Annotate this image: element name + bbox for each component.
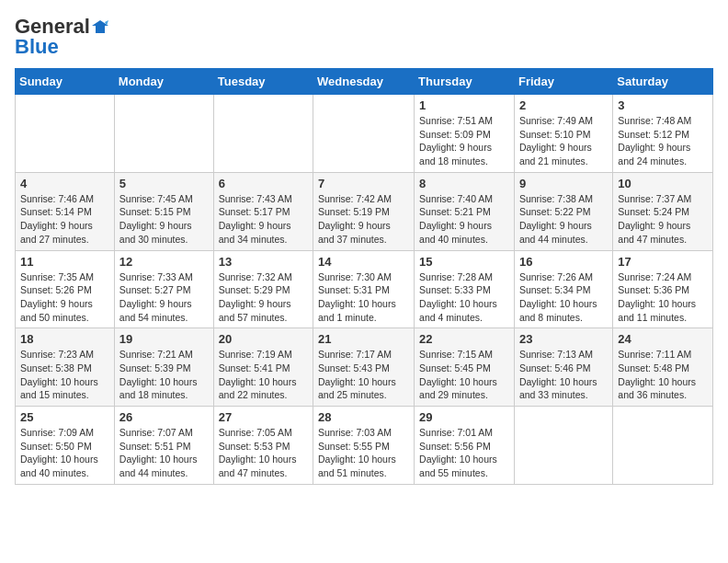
day-detail: Sunrise: 7:24 AM Sunset: 5:36 PM Dayligh… — [618, 270, 708, 325]
day-detail: Sunrise: 7:46 AM Sunset: 5:14 PM Dayligh… — [20, 192, 109, 247]
calendar-week-5: 25Sunrise: 7:09 AM Sunset: 5:50 PM Dayli… — [16, 407, 713, 485]
calendar-cell: 5Sunrise: 7:45 AM Sunset: 5:15 PM Daylig… — [114, 172, 213, 250]
day-number: 18 — [20, 332, 109, 346]
day-number: 1 — [419, 98, 509, 112]
day-detail: Sunrise: 7:03 AM Sunset: 5:55 PM Dayligh… — [318, 426, 409, 480]
day-detail: Sunrise: 7:45 AM Sunset: 5:15 PM Dayligh… — [119, 192, 209, 247]
calendar-cell — [16, 95, 115, 173]
day-detail: Sunrise: 7:19 AM Sunset: 5:41 PM Dayligh… — [219, 348, 308, 402]
calendar-cell: 7Sunrise: 7:42 AM Sunset: 5:19 PM Daylig… — [313, 172, 415, 250]
calendar-cell: 11Sunrise: 7:35 AM Sunset: 5:26 PM Dayli… — [16, 250, 115, 328]
calendar-cell: 27Sunrise: 7:05 AM Sunset: 5:53 PM Dayli… — [213, 407, 313, 485]
column-header-tuesday: Tuesday — [213, 69, 313, 95]
calendar-cell: 18Sunrise: 7:23 AM Sunset: 5:38 PM Dayli… — [16, 328, 115, 407]
column-header-sunday: Sunday — [16, 69, 115, 95]
day-number: 14 — [318, 255, 409, 269]
calendar-cell: 3Sunrise: 7:48 AM Sunset: 5:12 PM Daylig… — [613, 95, 713, 173]
day-number: 23 — [519, 332, 608, 346]
calendar-cell: 17Sunrise: 7:24 AM Sunset: 5:36 PM Dayli… — [613, 250, 713, 328]
logo-text-blue: Blue — [15, 35, 59, 59]
calendar-cell: 21Sunrise: 7:17 AM Sunset: 5:43 PM Dayli… — [313, 328, 415, 407]
day-detail: Sunrise: 7:32 AM Sunset: 5:29 PM Dayligh… — [219, 270, 308, 325]
calendar-cell: 14Sunrise: 7:30 AM Sunset: 5:31 PM Dayli… — [313, 250, 415, 328]
calendar-cell: 1Sunrise: 7:51 AM Sunset: 5:09 PM Daylig… — [415, 95, 515, 173]
day-number: 11 — [20, 255, 109, 269]
logo: General Blue — [15, 15, 108, 59]
day-detail: Sunrise: 7:51 AM Sunset: 5:09 PM Dayligh… — [419, 114, 509, 168]
calendar-cell — [313, 95, 415, 173]
calendar-cell: 16Sunrise: 7:26 AM Sunset: 5:34 PM Dayli… — [514, 250, 612, 328]
calendar-week-4: 18Sunrise: 7:23 AM Sunset: 5:38 PM Dayli… — [16, 328, 713, 407]
calendar-cell — [114, 95, 213, 173]
day-number: 2 — [519, 98, 608, 112]
calendar-week-2: 4Sunrise: 7:46 AM Sunset: 5:14 PM Daylig… — [16, 172, 713, 250]
day-detail: Sunrise: 7:01 AM Sunset: 5:56 PM Dayligh… — [419, 426, 509, 480]
day-number: 5 — [119, 177, 209, 190]
day-number: 6 — [219, 177, 308, 190]
day-detail: Sunrise: 7:49 AM Sunset: 5:10 PM Dayligh… — [519, 114, 608, 168]
day-detail: Sunrise: 7:35 AM Sunset: 5:26 PM Dayligh… — [20, 270, 109, 325]
calendar-cell: 6Sunrise: 7:43 AM Sunset: 5:17 PM Daylig… — [213, 172, 313, 250]
calendar-cell: 12Sunrise: 7:33 AM Sunset: 5:27 PM Dayli… — [114, 250, 213, 328]
calendar-cell — [514, 407, 612, 485]
calendar-cell — [213, 95, 313, 173]
day-number: 16 — [519, 255, 608, 269]
day-detail: Sunrise: 7:43 AM Sunset: 5:17 PM Dayligh… — [219, 192, 308, 247]
day-detail: Sunrise: 7:11 AM Sunset: 5:48 PM Dayligh… — [618, 348, 708, 402]
calendar-cell: 13Sunrise: 7:32 AM Sunset: 5:29 PM Dayli… — [213, 250, 313, 328]
calendar-cell: 28Sunrise: 7:03 AM Sunset: 5:55 PM Dayli… — [313, 407, 415, 485]
day-detail: Sunrise: 7:37 AM Sunset: 5:24 PM Dayligh… — [618, 192, 708, 247]
calendar-cell: 4Sunrise: 7:46 AM Sunset: 5:14 PM Daylig… — [16, 172, 115, 250]
day-number: 24 — [618, 332, 708, 346]
day-number: 20 — [219, 332, 308, 346]
day-number: 4 — [20, 177, 109, 190]
day-detail: Sunrise: 7:17 AM Sunset: 5:43 PM Dayligh… — [318, 348, 409, 402]
day-detail: Sunrise: 7:07 AM Sunset: 5:51 PM Dayligh… — [119, 426, 209, 480]
column-header-friday: Friday — [514, 69, 612, 95]
calendar-cell: 19Sunrise: 7:21 AM Sunset: 5:39 PM Dayli… — [114, 328, 213, 407]
calendar-cell: 25Sunrise: 7:09 AM Sunset: 5:50 PM Dayli… — [16, 407, 115, 485]
column-header-saturday: Saturday — [613, 69, 713, 95]
day-detail: Sunrise: 7:48 AM Sunset: 5:12 PM Dayligh… — [618, 114, 708, 168]
day-number: 12 — [119, 255, 209, 269]
day-detail: Sunrise: 7:26 AM Sunset: 5:34 PM Dayligh… — [519, 270, 608, 325]
calendar-week-3: 11Sunrise: 7:35 AM Sunset: 5:26 PM Dayli… — [16, 250, 713, 328]
calendar-cell: 26Sunrise: 7:07 AM Sunset: 5:51 PM Dayli… — [114, 407, 213, 485]
calendar-cell: 29Sunrise: 7:01 AM Sunset: 5:56 PM Dayli… — [415, 407, 515, 485]
day-detail: Sunrise: 7:42 AM Sunset: 5:19 PM Dayligh… — [318, 192, 409, 247]
day-number: 28 — [318, 410, 409, 424]
header-row: SundayMondayTuesdayWednesdayThursdayFrid… — [16, 69, 713, 95]
day-detail: Sunrise: 7:30 AM Sunset: 5:31 PM Dayligh… — [318, 270, 409, 325]
day-detail: Sunrise: 7:15 AM Sunset: 5:45 PM Dayligh… — [419, 348, 509, 402]
day-detail: Sunrise: 7:21 AM Sunset: 5:39 PM Dayligh… — [119, 348, 209, 402]
calendar-cell: 20Sunrise: 7:19 AM Sunset: 5:41 PM Dayli… — [213, 328, 313, 407]
day-detail: Sunrise: 7:23 AM Sunset: 5:38 PM Dayligh… — [20, 348, 109, 402]
day-detail: Sunrise: 7:05 AM Sunset: 5:53 PM Dayligh… — [219, 426, 308, 480]
day-detail: Sunrise: 7:13 AM Sunset: 5:46 PM Dayligh… — [519, 348, 608, 402]
calendar-cell — [613, 407, 713, 485]
day-number: 25 — [20, 410, 109, 424]
day-number: 26 — [119, 410, 209, 424]
day-detail: Sunrise: 7:38 AM Sunset: 5:22 PM Dayligh… — [519, 192, 608, 247]
calendar-cell: 2Sunrise: 7:49 AM Sunset: 5:10 PM Daylig… — [514, 95, 612, 173]
calendar-cell: 22Sunrise: 7:15 AM Sunset: 5:45 PM Dayli… — [415, 328, 515, 407]
day-detail: Sunrise: 7:33 AM Sunset: 5:27 PM Dayligh… — [119, 270, 209, 325]
day-detail: Sunrise: 7:28 AM Sunset: 5:33 PM Dayligh… — [419, 270, 509, 325]
calendar-cell: 24Sunrise: 7:11 AM Sunset: 5:48 PM Dayli… — [613, 328, 713, 407]
column-header-monday: Monday — [114, 69, 213, 95]
column-header-wednesday: Wednesday — [313, 69, 415, 95]
calendar-cell: 8Sunrise: 7:40 AM Sunset: 5:21 PM Daylig… — [415, 172, 515, 250]
calendar-cell: 23Sunrise: 7:13 AM Sunset: 5:46 PM Dayli… — [514, 328, 612, 407]
day-number: 8 — [419, 177, 509, 190]
calendar-cell: 10Sunrise: 7:37 AM Sunset: 5:24 PM Dayli… — [613, 172, 713, 250]
day-number: 22 — [419, 332, 509, 346]
day-number: 27 — [219, 410, 308, 424]
day-detail: Sunrise: 7:09 AM Sunset: 5:50 PM Dayligh… — [20, 426, 109, 480]
day-number: 29 — [419, 410, 509, 424]
day-number: 19 — [119, 332, 209, 346]
day-number: 13 — [219, 255, 308, 269]
day-number: 17 — [618, 255, 708, 269]
calendar-week-1: 1Sunrise: 7:51 AM Sunset: 5:09 PM Daylig… — [16, 95, 713, 173]
calendar-cell: 9Sunrise: 7:38 AM Sunset: 5:22 PM Daylig… — [514, 172, 612, 250]
column-header-thursday: Thursday — [415, 69, 515, 95]
